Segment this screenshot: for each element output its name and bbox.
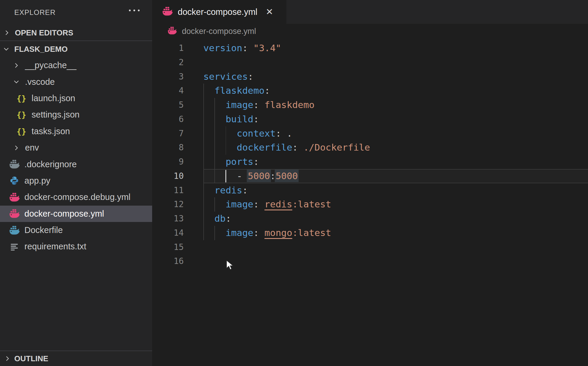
- code-token: .: [281, 128, 292, 139]
- code-line-14[interactable]: 14 image: mongo:latest: [152, 226, 588, 240]
- section-outline[interactable]: OUTLINE: [0, 351, 152, 366]
- indent-guide: [214, 155, 215, 169]
- section-label: FLASK_DEMO: [14, 45, 68, 54]
- indent-guide: [203, 112, 204, 126]
- code-token: :: [253, 156, 259, 167]
- file-app.py[interactable]: app.py: [0, 173, 152, 189]
- line-number: 1: [152, 41, 184, 55]
- code-token: version: [203, 43, 242, 53]
- code-token: :: [242, 185, 248, 195]
- code-token: dockerfile: [237, 142, 292, 153]
- code-token: [242, 171, 248, 181]
- code-line-13[interactable]: 13 db:: [152, 212, 588, 226]
- file-docker-compose.yml[interactable]: docker-compose.yml: [0, 206, 152, 222]
- code-line-5[interactable]: 5 image: flaskdemo: [152, 98, 588, 112]
- code-token: :latest: [292, 199, 331, 209]
- chevron-right-icon: [13, 145, 20, 151]
- code-token: services: [203, 71, 248, 82]
- file-.dockerignore[interactable]: .dockerignore: [0, 156, 152, 172]
- section-open-editors[interactable]: OPEN EDITORS: [0, 25, 152, 41]
- code-token: [203, 185, 214, 195]
- code-content: context: .: [203, 126, 292, 141]
- docker-whale-icon: [8, 226, 20, 235]
- text-file-icon: [8, 243, 20, 251]
- code-line-7[interactable]: 7 context: .: [152, 126, 588, 141]
- code-line-2[interactable]: 2: [152, 55, 588, 70]
- indent-guide: [203, 155, 204, 169]
- file-docker-compose.debug.yml[interactable]: docker-compose.debug.yml: [0, 189, 152, 205]
- code-content: flaskdemo:: [203, 84, 270, 98]
- docker-whale-icon: [8, 209, 20, 218]
- close-icon[interactable]: ✕: [266, 7, 273, 16]
- code-token: image: [226, 227, 253, 238]
- file-Dockerfile[interactable]: Dockerfile: [0, 222, 152, 238]
- indent-guide: [203, 169, 204, 183]
- code-token: :: [292, 142, 298, 153]
- vscode-window: { "colors": { "key": "#569cd6", "string"…: [0, 0, 588, 366]
- indent-guide: [214, 169, 215, 183]
- section-workspace[interactable]: FLASK_DEMO: [0, 41, 152, 57]
- code-content: build:: [203, 112, 259, 126]
- indent-guide: [203, 226, 204, 240]
- code-line-8[interactable]: 8 dockerfile: ./Dockerfile: [152, 140, 588, 155]
- file-launch.json[interactable]: {}launch.json: [0, 90, 152, 107]
- code-line-15[interactable]: 15: [152, 240, 588, 254]
- json-braces-icon: {}: [15, 110, 27, 119]
- line-number: 10: [152, 169, 184, 183]
- tree-item-label: Dockerfile: [24, 225, 63, 235]
- image-link-token[interactable]: redis: [264, 199, 292, 209]
- tree-item-label: app.py: [24, 176, 50, 186]
- tree-item-label: docker-compose.yml: [24, 209, 104, 219]
- indent-guide: [203, 126, 204, 141]
- image-link-token[interactable]: mongo: [264, 227, 292, 238]
- json-braces-icon: {}: [15, 127, 27, 136]
- python-icon: [8, 176, 20, 185]
- code-line-9[interactable]: 9 ports:: [152, 155, 588, 169]
- mouse-pointer-icon: [226, 260, 236, 272]
- tree-item-label: docker-compose.debug.yml: [24, 192, 130, 202]
- code-line-12[interactable]: 12 image: redis:latest: [152, 197, 588, 212]
- line-number: 8: [152, 140, 184, 155]
- indent-guide: [203, 197, 204, 212]
- code-line-3[interactable]: 3services:: [152, 70, 588, 84]
- more-actions-icon[interactable]: [129, 10, 140, 11]
- line-number: 5: [152, 98, 184, 112]
- docker-whale-icon: [166, 26, 178, 36]
- code-token: context: [237, 128, 276, 139]
- folder-env[interactable]: env: [0, 140, 152, 156]
- code-token: [203, 171, 237, 181]
- file-requirements.txt[interactable]: requirements.txt: [0, 238, 152, 255]
- code-token: 5000: [276, 171, 298, 181]
- section-label: OPEN EDITORS: [15, 28, 73, 37]
- code-token: [203, 85, 214, 96]
- explorer-header: EXPLORER: [0, 0, 152, 25]
- tab-docker-compose-yml[interactable]: docker-compose.yml ✕: [152, 0, 286, 24]
- indent-guide: [226, 126, 226, 141]
- code-token: flaskdemo: [214, 85, 264, 96]
- line-number: 13: [152, 212, 184, 226]
- indent-guide: [214, 197, 215, 212]
- chevron-right-icon: [4, 29, 11, 36]
- line-number: 12: [152, 197, 184, 212]
- chevron-right-icon: [4, 355, 11, 362]
- folder-__pycache__[interactable]: __pycache__: [0, 57, 152, 73]
- code-line-16[interactable]: 16: [152, 254, 588, 268]
- file-settings.json[interactable]: {}settings.json: [0, 107, 152, 123]
- code-token: [203, 142, 237, 153]
- folder-.vscode[interactable]: .vscode: [0, 73, 152, 90]
- code-line-10[interactable]: 10 - 5000:5000: [152, 169, 588, 183]
- code-token: flaskdemo: [259, 99, 315, 110]
- code-line-1[interactable]: 1version: "3.4": [152, 41, 588, 55]
- code-line-6[interactable]: 6 build:: [152, 112, 588, 126]
- text-cursor: [225, 170, 226, 182]
- code-line-4[interactable]: 4 flaskdemo:: [152, 84, 588, 98]
- code-line-11[interactable]: 11 redis:: [152, 183, 588, 198]
- line-number: 9: [152, 155, 184, 169]
- code-token: :: [253, 227, 259, 238]
- file-tasks.json[interactable]: {}tasks.json: [0, 123, 152, 140]
- code-token: :: [253, 199, 259, 209]
- editor-group: docker-compose.yml ✕ docker-compose.yml …: [152, 0, 588, 366]
- code-token: ./Dockerfile: [298, 142, 370, 153]
- chevron-down-icon: [3, 46, 10, 52]
- breadcrumb[interactable]: docker-compose.yml: [152, 24, 588, 39]
